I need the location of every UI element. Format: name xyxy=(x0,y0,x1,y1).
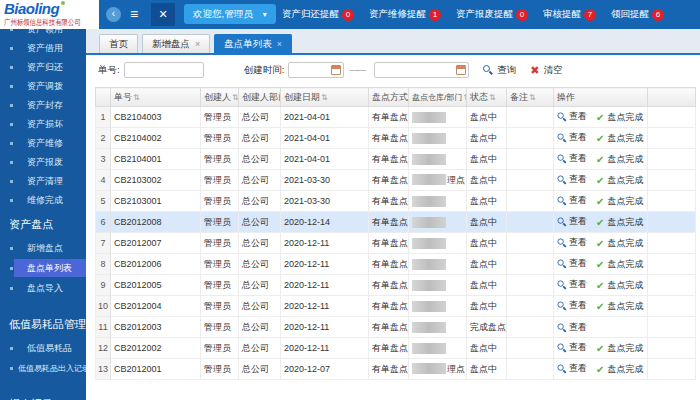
view-action[interactable]: 查看 xyxy=(557,131,587,144)
complete-action[interactable]: ✔盘点完成 xyxy=(596,111,643,124)
order-no-input[interactable] xyxy=(124,62,204,78)
sidebar-section-title[interactable]: 低值易耗品管理 xyxy=(0,310,86,338)
table-row[interactable]: 1CB2104003管理员总公司2021-04-01有单盘点盘点中查看✔盘点完成 xyxy=(96,107,696,128)
view-action[interactable]: 查看 xyxy=(557,194,587,207)
sidebar-item[interactable]: 资产清理 xyxy=(0,172,86,191)
sidebar-item[interactable]: 资产封存 xyxy=(0,96,86,115)
complete-action[interactable]: ✔盘点完成 xyxy=(596,258,643,271)
view-action-label: 查看 xyxy=(569,278,587,291)
sort-icon[interactable]: ⇅ xyxy=(133,93,140,102)
hamburger-menu-icon[interactable]: ≡ xyxy=(130,6,138,22)
calendar-icon xyxy=(331,65,341,75)
view-action[interactable]: 查看 xyxy=(557,321,587,334)
view-icon xyxy=(557,175,565,183)
filler-cell xyxy=(648,254,696,275)
complete-action[interactable]: ✔盘点完成 xyxy=(596,342,643,355)
sidebar-item[interactable]: 资产损坏 xyxy=(0,115,86,134)
sidebar-item[interactable]: 资产维修 xyxy=(0,134,86,153)
collapse-sidebar-button[interactable]: ‹ xyxy=(106,7,121,22)
censored-block xyxy=(412,363,446,374)
sidebar-item[interactable]: 资产借用 xyxy=(0,39,86,58)
table-row[interactable]: 9CB2012005管理员总公司2020-12-11有单盘点盘点中查看✔盘点完成 xyxy=(96,275,696,296)
sidebar-item[interactable]: 资产调拨 xyxy=(0,77,86,96)
view-action[interactable]: 查看 xyxy=(557,278,587,291)
topnav-item[interactable]: 资产归还提醒0 xyxy=(282,8,354,21)
complete-action[interactable]: ✔盘点完成 xyxy=(596,132,643,145)
column-header[interactable]: 盘点方式⇅ xyxy=(369,88,409,107)
column-header[interactable]: 创建人部门⇅ xyxy=(239,88,281,107)
user-menu-button[interactable]: 欢迎您,管理员 ▾ xyxy=(184,4,276,24)
table-row[interactable]: 4CB2103002管理员总公司2021-03-30有单盘点理点盘点中查看✔盘点… xyxy=(96,170,696,191)
topnav-item[interactable]: 审核提醒7 xyxy=(543,8,596,21)
sidebar-item[interactable]: 新增盘点 xyxy=(0,238,86,258)
creator-cell: 管理员 xyxy=(201,128,239,149)
column-header[interactable]: 创建人⇅ xyxy=(201,88,239,107)
sidebar-section-title[interactable]: 资产盘点 xyxy=(0,210,86,238)
view-action[interactable]: 查看 xyxy=(557,299,587,312)
sidebar-item[interactable]: 盘点导入 xyxy=(0,278,86,298)
column-header[interactable]: 创建日期⇅ xyxy=(281,88,369,107)
sidebar-item[interactable]: 低值易耗品出入记录 xyxy=(0,358,86,378)
view-action[interactable]: 查看 xyxy=(557,173,587,186)
sort-icon[interactable]: ⇅ xyxy=(321,93,328,102)
sort-icon[interactable]: ⇅ xyxy=(232,93,239,102)
table-row[interactable]: 7CB2012007管理员总公司2020-12-11有单盘点盘点中查看✔盘点完成 xyxy=(96,233,696,254)
sidebar-item[interactable]: 资产报废 xyxy=(0,153,86,172)
view-action[interactable]: 查看 xyxy=(557,236,587,249)
sidebar-item[interactable]: 低值易耗品 xyxy=(0,338,86,358)
sidebar-item[interactable]: 维修完成 xyxy=(0,191,86,210)
tab-item[interactable]: 首页 xyxy=(99,34,138,53)
column-header[interactable]: 单号⇅ xyxy=(111,88,201,107)
clear-icon: ✖ xyxy=(530,65,539,76)
view-action[interactable]: 查看 xyxy=(557,257,587,270)
sort-icon[interactable]: ⇅ xyxy=(529,93,536,102)
table-row[interactable]: 13CB2012001管理员总公司2020-12-07有单盘点理点盘点中查看✔盘… xyxy=(96,359,696,380)
view-action[interactable]: 查看 xyxy=(557,152,587,165)
complete-action[interactable]: ✔盘点完成 xyxy=(596,195,643,208)
view-action[interactable]: 查看 xyxy=(557,215,587,228)
column-header[interactable]: 盘点仓库/部门⇅ xyxy=(409,88,467,107)
column-header[interactable]: 备注⇅ xyxy=(507,88,554,107)
sidebar-item[interactable]: 资产领用 xyxy=(0,29,86,39)
view-action[interactable]: 查看 xyxy=(557,110,587,123)
close-icon[interactable]: ✕ xyxy=(151,3,175,26)
table-row[interactable]: 11CB2012003管理员总公司2020-12-11有单盘点完成盘点查看 xyxy=(96,317,696,338)
complete-action[interactable]: ✔盘点完成 xyxy=(596,279,643,292)
clear-button[interactable]: ✖ 清空 xyxy=(530,64,562,77)
topnav-item[interactable]: 领回提醒6 xyxy=(611,8,664,21)
sidebar-item[interactable]: 资产归还 xyxy=(0,58,86,77)
table-row[interactable]: 2CB2104002管理员总公司2021-04-01有单盘点盘点中查看✔盘点完成 xyxy=(96,128,696,149)
topnav-item[interactable]: 资产报废提醒0 xyxy=(456,8,528,21)
table-row[interactable]: 6CB2012008管理员总公司2020-12-14有单盘点盘点中查看✔盘点完成 xyxy=(96,212,696,233)
table-row[interactable]: 3CB2104001管理员总公司2021-04-01有单盘点盘点中查看✔盘点完成 xyxy=(96,149,696,170)
topnav-item[interactable]: 资产维修提醒1 xyxy=(369,8,441,21)
complete-action[interactable]: ✔盘点完成 xyxy=(596,216,643,229)
complete-action[interactable]: ✔盘点完成 xyxy=(596,174,643,187)
complete-action[interactable]: ✔盘点完成 xyxy=(596,363,643,376)
sidebar-item[interactable]: 盘点单列表 xyxy=(0,258,86,278)
view-action[interactable]: 查看 xyxy=(557,341,587,354)
tab-close-icon[interactable]: × xyxy=(277,39,282,49)
sidebar-section-title[interactable]: 报表记录 xyxy=(0,390,86,400)
tab-active[interactable]: 盘点单列表× xyxy=(214,34,292,53)
table-row[interactable]: 10CB2012004管理员总公司2020-12-11有单盘点盘点中查看✔盘点完… xyxy=(96,296,696,317)
complete-action[interactable]: ✔盘点完成 xyxy=(596,153,643,166)
tab-item[interactable]: 新增盘点× xyxy=(142,34,210,53)
logo[interactable]: Biaoling 广州标领信息科技有限公司 xyxy=(0,0,99,29)
date-from-input[interactable] xyxy=(288,62,344,78)
table-row[interactable]: 5CB2103001管理员总公司2021-03-30有单盘点盘点中查看✔盘点完成 xyxy=(96,191,696,212)
view-action[interactable]: 查看 xyxy=(557,362,587,375)
search-button[interactable]: 查询 xyxy=(483,64,516,77)
view-action-label: 查看 xyxy=(569,173,587,186)
column-header[interactable]: 状态⇅ xyxy=(467,88,507,107)
tab-close-icon[interactable]: × xyxy=(195,39,200,49)
sort-icon[interactable]: ⇅ xyxy=(489,93,496,102)
date-to-input[interactable] xyxy=(374,62,469,78)
table-row[interactable]: 12CB2012002管理员总公司2020-12-11有单盘点盘点中查看✔盘点完… xyxy=(96,338,696,359)
remark-cell xyxy=(507,170,554,191)
table-row[interactable]: 8CB2012006管理员总公司2020-12-11有单盘点盘点中查看✔盘点完成 xyxy=(96,254,696,275)
complete-action[interactable]: ✔盘点完成 xyxy=(596,300,643,313)
complete-action[interactable]: ✔盘点完成 xyxy=(596,237,643,250)
actions-cell: 查看✔盘点完成 xyxy=(554,254,648,275)
filler-cell xyxy=(648,275,696,296)
